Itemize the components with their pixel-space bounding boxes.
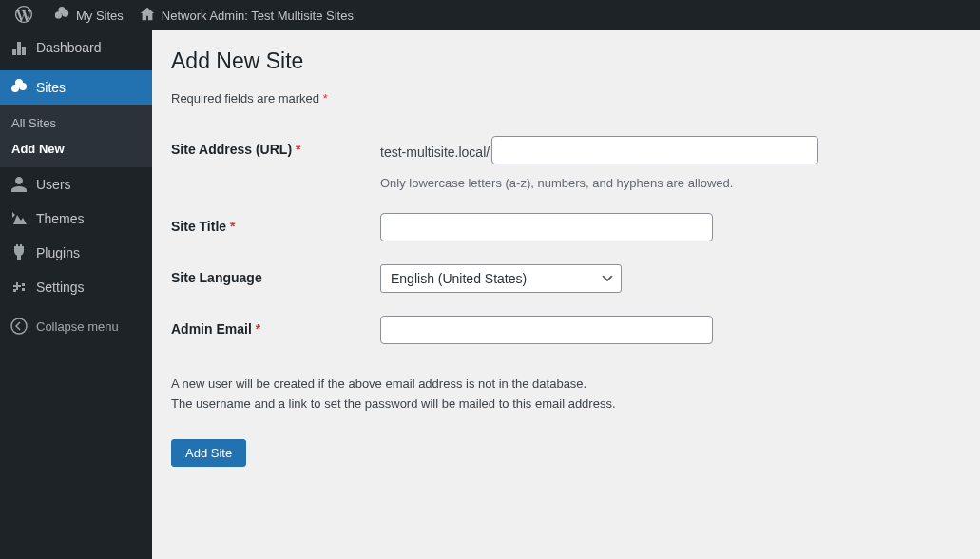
menu-users-label: Users — [36, 177, 71, 192]
required-asterisk: * — [230, 219, 235, 234]
admin-bar-network-admin[interactable]: Network Admin: Test Multisite Sites — [131, 0, 361, 30]
label-site-language: Site Language — [171, 264, 380, 285]
menu-users[interactable]: Users — [0, 167, 152, 202]
add-site-button[interactable]: Add Site — [171, 439, 246, 467]
submenu-sites: All Sites Add New — [0, 105, 152, 167]
field-site-address: test-multisite.local/ Only lowercase let… — [380, 136, 961, 190]
menu-plugins-label: Plugins — [36, 245, 80, 260]
required-asterisk: * — [256, 321, 260, 337]
wordpress-icon — [15, 6, 38, 26]
svg-point-0 — [11, 318, 27, 334]
required-asterisk: * — [323, 91, 328, 106]
label-site-address: Site Address (URL) * — [171, 136, 380, 157]
row-site-title: Site Title * — [171, 202, 961, 253]
admin-bar-my-sites[interactable]: My Sites — [46, 0, 131, 30]
required-note: Required fields are marked * — [171, 91, 961, 106]
email-note-1: A new user will be created if the above … — [171, 375, 961, 395]
email-note-2: The username and a link to set the passw… — [171, 395, 961, 414]
admin-bar-network-label: Network Admin: Test Multisite Sites — [162, 9, 354, 23]
menu-settings-label: Settings — [36, 280, 85, 295]
row-site-address: Site Address (URL) * test-multisite.loca… — [171, 125, 961, 202]
menu-sites[interactable]: Sites — [0, 70, 152, 105]
email-notes: A new user will be created if the above … — [171, 375, 961, 414]
admin-bar-my-sites-label: My Sites — [76, 9, 124, 23]
wp-logo[interactable] — [8, 0, 46, 30]
field-site-title — [380, 213, 961, 241]
menu-themes-label: Themes — [36, 211, 85, 226]
menu-dashboard[interactable]: Dashboard — [0, 30, 152, 65]
menu-plugins[interactable]: Plugins — [0, 236, 152, 270]
collapse-icon — [10, 317, 29, 336]
dashboard-icon — [10, 38, 29, 57]
admin-bar: My Sites Network Admin: Test Multisite S… — [0, 0, 980, 30]
label-site-title-text: Site Title — [171, 219, 230, 234]
sites-icon — [10, 78, 29, 97]
row-site-language: Site Language English (United States) — [171, 253, 961, 304]
address-description: Only lowercase letters (a-z), numbers, a… — [380, 176, 961, 190]
plugins-icon — [10, 243, 29, 262]
label-admin-email: Admin Email * — [171, 316, 380, 337]
menu-settings[interactable]: Settings — [0, 270, 152, 304]
submenu-add-new[interactable]: Add New — [0, 136, 152, 162]
multisite-icon — [53, 6, 76, 26]
label-site-title: Site Title * — [171, 213, 380, 234]
menu-sites-label: Sites — [36, 80, 66, 95]
label-site-address-text: Site Address (URL) — [171, 142, 296, 157]
site-title-input[interactable] — [380, 213, 713, 241]
collapse-menu[interactable]: Collapse menu — [0, 309, 152, 343]
settings-icon — [10, 278, 29, 297]
required-note-text: Required fields are marked — [171, 91, 323, 106]
collapse-menu-label: Collapse menu — [36, 319, 119, 334]
field-site-language: English (United States) — [380, 264, 961, 293]
label-admin-email-text: Admin Email — [171, 321, 256, 337]
submenu-all-sites[interactable]: All Sites — [0, 110, 152, 136]
field-admin-email — [380, 316, 961, 344]
menu-themes[interactable]: Themes — [0, 202, 152, 236]
admin-sidebar: Dashboard Sites All Sites Add New Users … — [0, 30, 152, 559]
page-title: Add New Site — [171, 40, 961, 78]
menu-dashboard-label: Dashboard — [36, 40, 102, 55]
row-admin-email: Admin Email * — [171, 304, 961, 356]
users-icon — [10, 175, 29, 194]
page-content: Add New Site Required fields are marked … — [152, 30, 980, 559]
site-address-input[interactable] — [491, 136, 818, 164]
themes-icon — [10, 209, 29, 228]
address-prefix: test-multisite.local/ — [380, 145, 490, 160]
required-asterisk: * — [296, 142, 300, 157]
site-language-select[interactable]: English (United States) — [380, 264, 622, 293]
admin-email-input[interactable] — [380, 316, 713, 344]
form-table: Site Address (URL) * test-multisite.loca… — [171, 125, 961, 356]
home-icon — [139, 6, 162, 26]
